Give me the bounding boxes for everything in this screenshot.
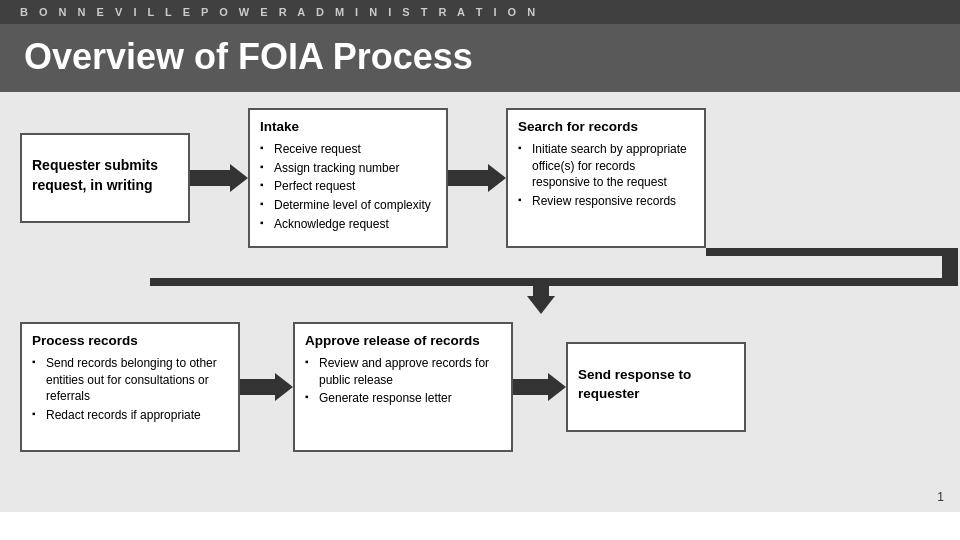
list-item: Generate response letter <box>305 390 501 407</box>
intake-list: Receive request Assign tracking number P… <box>260 141 436 233</box>
flow-row-1: Requester submits request, in writing In… <box>20 108 940 248</box>
send-title: Send response to requester <box>578 366 734 404</box>
search-list: Initiate search by appropriate office(s)… <box>518 141 694 210</box>
approve-box: Approve release of records Review and ap… <box>293 322 513 452</box>
arrow-1 <box>190 164 248 192</box>
page-title: Overview of FOIA Process <box>24 36 936 78</box>
process-title: Process records <box>32 332 228 351</box>
header-title: B O N N E V I L L E P O W E R A D M I N … <box>20 6 539 18</box>
list-item: Initiate search by appropriate office(s)… <box>518 141 694 191</box>
list-item: Send records belonging to other entities… <box>32 355 228 405</box>
header-bar: B O N N E V I L L E P O W E R A D M I N … <box>0 0 960 24</box>
list-item: Assign tracking number <box>260 160 436 177</box>
content-area: Requester submits request, in writing In… <box>0 92 960 512</box>
requester-title: Requester submits request, in writing <box>32 156 178 195</box>
search-title: Search for records <box>518 118 694 137</box>
list-item: Acknowledge request <box>260 216 436 233</box>
list-item: Determine level of complexity <box>260 197 436 214</box>
down-arrow <box>142 286 940 314</box>
arrow-4 <box>513 373 566 401</box>
list-item: Receive request <box>260 141 436 158</box>
approve-title: Approve release of records <box>305 332 501 351</box>
send-box: Send response to requester <box>566 342 746 432</box>
title-bar: Overview of FOIA Process <box>0 24 960 92</box>
process-box: Process records Send records belonging t… <box>20 322 240 452</box>
search-box: Search for records Initiate search by ap… <box>506 108 706 248</box>
approve-list: Review and approve records for public re… <box>305 355 501 407</box>
flow-row-2: Process records Send records belonging t… <box>20 322 940 452</box>
arrow-2 <box>448 164 506 192</box>
arrow-3 <box>240 373 293 401</box>
intake-box: Intake Receive request Assign tracking n… <box>248 108 448 248</box>
connector-area <box>20 248 940 286</box>
requester-box: Requester submits request, in writing <box>20 133 190 223</box>
list-item: Redact records if appropriate <box>32 407 228 424</box>
list-item: Review responsive records <box>518 193 694 210</box>
intake-title: Intake <box>260 118 436 137</box>
process-list: Send records belonging to other entities… <box>32 355 228 424</box>
list-item: Perfect request <box>260 178 436 195</box>
page-number: 1 <box>937 490 944 504</box>
list-item: Review and approve records for public re… <box>305 355 501 389</box>
